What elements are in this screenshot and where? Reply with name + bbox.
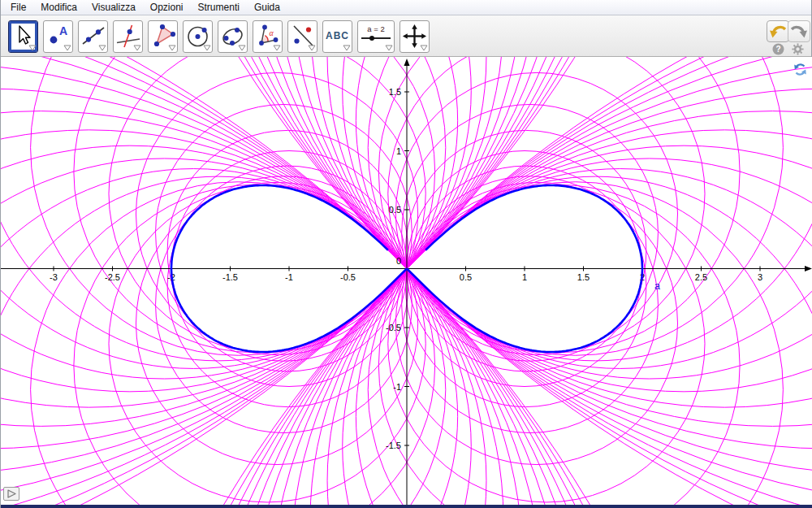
tool-dropdown-arrow-icon[interactable] [168,45,176,51]
x-tick-label: 1 [522,272,527,282]
tool-dropdown-arrow-icon[interactable] [420,45,428,51]
help-icon: ? [772,43,784,55]
tool-dropdown-arrow-icon[interactable] [28,45,37,51]
tool-dropdown-arrow-icon[interactable] [308,45,316,51]
envelope-circle [395,72,677,354]
envelope-circle [1,169,471,505]
tool-dropdown-arrow-icon[interactable] [273,45,281,51]
window-bottom-border [1,505,812,508]
undo-icon [768,22,788,41]
y-tick-label: -0.5 [386,323,401,332]
x-tick-label: -3 [50,272,58,282]
x-tick-label: 3 [758,272,762,282]
envelope-circle [1,57,632,505]
tool-dropdown-arrow-icon[interactable] [343,45,351,51]
redo-button[interactable] [788,20,810,42]
tool-move-view-button[interactable] [400,20,430,53]
gear-icon [792,43,804,55]
y-tick-label: 0.5 [389,205,401,215]
x-axis-arrow [805,266,812,271]
y-axis-arrow [404,59,410,66]
menu-visualizza[interactable]: Visualizza [84,0,143,15]
envelope-circle [31,182,446,505]
menu-guida[interactable]: Guida [247,0,287,15]
x-tick-label: -1 [285,272,293,282]
envelope-circle [1,57,670,505]
envelope-circle [1,57,632,505]
envelope-circle [1,158,486,505]
svg-text:α: α [270,28,274,37]
tool-dropdown-arrow-icon[interactable] [238,45,246,51]
tool-dropdown-arrow-icon[interactable] [203,45,211,51]
x-tick-label: -2.5 [105,272,120,282]
tool-slider-button[interactable]: a = 2 [357,20,395,53]
envelope-circle [1,57,503,392]
envelope-circle [356,176,812,505]
envelope-circle [395,182,677,464]
tool-circle-button[interactable] [183,20,213,53]
envelope-circle [1,57,670,505]
svg-text:?: ? [775,45,780,54]
menu-opzioni[interactable]: Opzioni [143,0,191,15]
geogebra-window: File Modifica Visualizza Opzioni Strumen… [0,0,812,508]
envelope-circle [378,57,740,353]
envelope-circle [343,57,812,368]
envelope-circle [109,57,425,352]
tool-line-button[interactable] [78,20,108,53]
x-tick-label: -0.5 [340,272,356,282]
tool-conic-button[interactable] [218,20,248,53]
origin-label: 0 [396,256,401,266]
y-tick-label: -1.5 [386,441,401,450]
menu-modifica[interactable]: Modifica [33,0,84,15]
tool-text-button[interactable]: ABC [322,20,352,53]
envelope-circle [1,176,458,505]
envelope-circle [215,62,812,505]
envelope-circle [1,62,598,505]
graphics-canvas[interactable]: -3-2.5-2-1.5-1-0.50.511.522.53-1.5-1-0.5… [1,57,812,505]
svg-text:A: A [59,24,67,37]
play-animation-button[interactable] [3,487,19,501]
tool-dropdown-arrow-icon[interactable] [385,45,393,51]
tool-polygon-button[interactable] [148,20,178,53]
tool-reflection-button[interactable] [287,20,317,53]
tool-dropdown-arrow-icon[interactable] [133,45,141,51]
envelope-circle [1,111,545,505]
menu-strumenti[interactable]: Strumenti [191,0,247,15]
x-tick-label: -1.5 [222,272,238,282]
y-tick-label: 1.5 [389,87,401,97]
x-tick-label: 0.5 [460,272,472,282]
graphics-view[interactable]: -3-2.5-2-1.5-1-0.50.511.522.53-1.5-1-0.5… [1,57,812,505]
menu-file[interactable]: File [3,0,33,15]
tool-perpendicular-line-button[interactable] [113,20,143,53]
x-tick-label: 2.5 [695,272,707,282]
envelope-circle [74,57,435,353]
tool-dropdown-arrow-icon[interactable] [98,45,106,51]
curve-label-a: a [654,280,660,292]
envelope-circle [144,57,812,505]
envelope-circle [343,169,812,505]
refresh-icon [793,63,807,76]
menu-bar: File Modifica Visualizza Opzioni Strumen… [1,0,811,15]
abc-text-icon: ABC [326,30,349,41]
envelope-circle [388,57,705,352]
redo-icon [789,22,809,41]
envelope-circle [368,182,783,505]
envelope-circle [136,72,417,354]
tool-dropdown-arrow-icon[interactable] [63,45,71,51]
tool-point-button[interactable]: A [43,20,73,53]
envelope-circle [136,182,417,464]
help-button[interactable]: ? [772,43,784,55]
refresh-view-button[interactable] [793,63,807,76]
tool-move-button[interactable] [8,20,38,53]
play-icon [6,488,17,499]
envelope-circle [144,57,812,505]
x-tick-label: 1.5 [577,272,590,282]
undo-button[interactable] [767,20,789,42]
y-tick-label: -1 [393,382,401,392]
envelope-circle [310,57,812,392]
settings-button[interactable] [792,43,804,55]
y-tick-label: 1 [396,146,401,156]
toolbar: A [1,15,811,57]
tool-angle-button[interactable]: α [253,20,283,53]
